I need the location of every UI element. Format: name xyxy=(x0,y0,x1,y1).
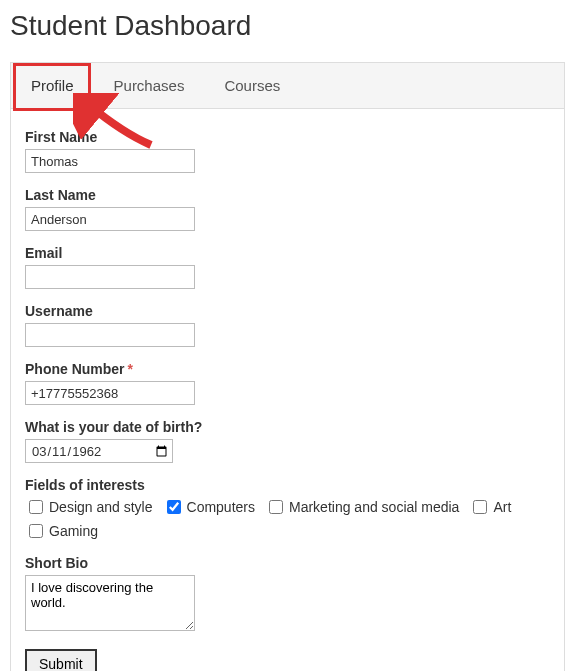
label-interests: Fields of interests xyxy=(25,477,550,493)
interest-label: Art xyxy=(493,499,511,515)
label-bio: Short Bio xyxy=(25,555,550,571)
username-input[interactable] xyxy=(25,323,195,347)
email-input[interactable] xyxy=(25,265,195,289)
phone-input[interactable] xyxy=(25,381,195,405)
label-username: Username xyxy=(25,303,550,319)
label-first-name: First Name xyxy=(25,129,550,145)
interest-label: Computers xyxy=(187,499,255,515)
tab-profile[interactable]: Profile xyxy=(11,63,94,108)
interest-checkbox[interactable] xyxy=(167,500,181,514)
interest-option[interactable]: Gaming xyxy=(25,521,98,541)
interest-option[interactable]: Computers xyxy=(163,497,255,517)
label-phone: Phone Number* xyxy=(25,361,550,377)
interest-option[interactable]: Design and style xyxy=(25,497,153,517)
dashboard-panel: Profile Purchases Courses First Name Las… xyxy=(10,62,565,671)
interest-checkbox[interactable] xyxy=(269,500,283,514)
first-name-input[interactable] xyxy=(25,149,195,173)
interest-checkbox[interactable] xyxy=(29,524,43,538)
interest-option[interactable]: Marketing and social media xyxy=(265,497,459,517)
interest-checkbox[interactable] xyxy=(29,500,43,514)
profile-form: First Name Last Name Email Username Phon… xyxy=(11,109,564,671)
interest-label: Design and style xyxy=(49,499,153,515)
label-last-name: Last Name xyxy=(25,187,550,203)
dob-input[interactable] xyxy=(25,439,173,463)
bio-textarea[interactable] xyxy=(25,575,195,631)
label-email: Email xyxy=(25,245,550,261)
submit-button[interactable]: Submit xyxy=(25,649,97,671)
label-dob: What is your date of birth? xyxy=(25,419,550,435)
interest-option[interactable]: Art xyxy=(469,497,511,517)
interest-checkbox[interactable] xyxy=(473,500,487,514)
page-title: Student Dashboard xyxy=(10,10,565,42)
interest-label: Gaming xyxy=(49,523,98,539)
required-mark: * xyxy=(128,361,133,377)
interest-label: Marketing and social media xyxy=(289,499,459,515)
tab-purchases[interactable]: Purchases xyxy=(94,63,205,108)
last-name-input[interactable] xyxy=(25,207,195,231)
tabbar: Profile Purchases Courses xyxy=(11,63,564,109)
tab-courses[interactable]: Courses xyxy=(204,63,300,108)
